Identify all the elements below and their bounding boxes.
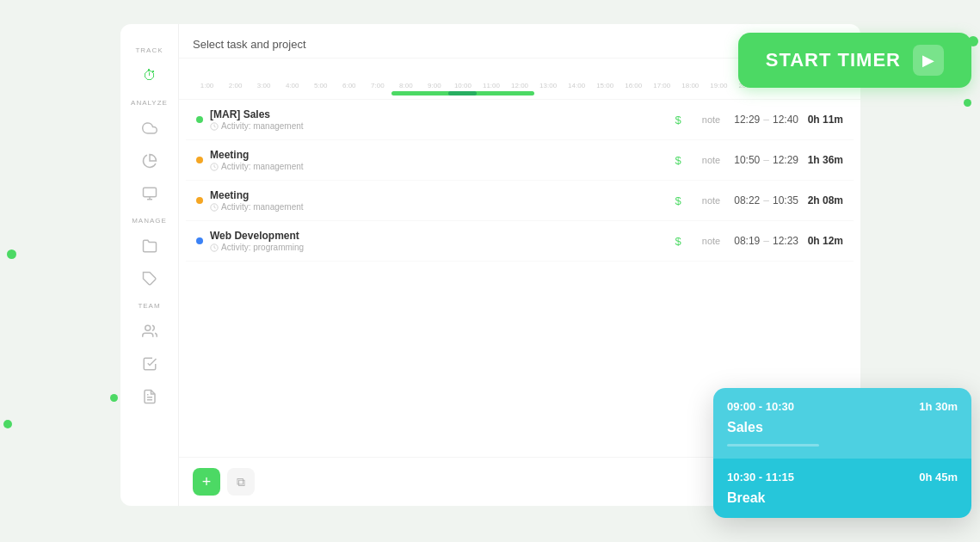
timeline-tick: 7:00 — [363, 82, 391, 89]
popup-break-title: Break — [727, 490, 958, 506]
timeline-tick: 17:00 — [648, 82, 676, 89]
entry-end: 10:35 — [773, 194, 798, 206]
timeline-tick: 9:00 — [420, 82, 448, 89]
entry-dash: – — [763, 235, 769, 247]
timeline-tick: 8:00 — [391, 82, 420, 89]
task-project-label: Select task and project — [193, 38, 786, 51]
entry-time: 08:19 – 12:23 — [734, 235, 798, 247]
timeline-tick: 15:00 — [591, 82, 619, 89]
timeline-tick: 10:00 — [448, 82, 477, 89]
timeline-tick: 12:00 — [506, 82, 534, 89]
sidebar-item-checklist[interactable] — [136, 350, 163, 378]
entry-billable-icon: $ — [675, 194, 681, 207]
popup-sales-title: Sales — [727, 420, 958, 435]
entry-end: 12:23 — [773, 235, 798, 247]
svg-rect-0 — [143, 188, 156, 197]
entry-note: note — [702, 114, 720, 125]
entry-duration: 0h 12m — [805, 235, 843, 247]
entry-start: 08:22 — [734, 194, 760, 206]
entry-dot — [196, 197, 203, 204]
popup-break-time-range: 10:30 - 11:15 — [727, 471, 794, 483]
sidebar-item-folder[interactable] — [136, 232, 163, 260]
sidebar-item-team[interactable] — [136, 317, 163, 345]
sidebar-section-track: TRACK — [120, 46, 178, 54]
popup-scroll-indicator — [727, 444, 819, 447]
entry-activity: Activity: management — [210, 121, 662, 131]
sidebar-item-piechart[interactable] — [136, 147, 163, 175]
sidebar-section-team: TEAM — [120, 302, 178, 310]
start-timer-button[interactable]: START TIMER ▶ — [738, 33, 971, 88]
entry-activity: Activity: programming — [210, 243, 662, 252]
entry-note: note — [702, 236, 720, 246]
timeline-tick: 19:00 — [705, 82, 733, 89]
entry-time: 08:22 – 10:35 — [734, 194, 798, 206]
timeline-tick: 18:00 — [676, 82, 705, 89]
table-row[interactable]: [MAR] Sales Activity: management $ note … — [186, 100, 854, 140]
popup-card: 09:00 - 10:30 1h 30m Sales 10:30 - 11:15… — [713, 388, 971, 518]
table-row[interactable]: Meeting Activity: management $ note 08:2… — [186, 181, 854, 221]
entry-dot — [196, 237, 203, 244]
entry-note: note — [702, 195, 720, 206]
entry-dash: – — [763, 194, 769, 206]
add-entry-button[interactable]: + — [193, 468, 220, 496]
sidebar-item-reports[interactable] — [136, 383, 163, 410]
entry-title: Web Development — [210, 230, 662, 242]
deco-dot-5 — [110, 394, 118, 402]
entry-info: Meeting Activity: management — [210, 149, 662, 171]
entry-title: Meeting — [210, 149, 662, 161]
entry-duration: 0h 11m — [805, 114, 843, 126]
entry-info: Web Development Activity: programming — [210, 230, 662, 252]
table-row[interactable]: Web Development Activity: programming $ … — [186, 221, 854, 262]
entry-end: 12:29 — [773, 154, 798, 166]
entry-time: 12:29 – 12:40 — [734, 114, 798, 126]
entry-duration: 2h 08m — [805, 194, 843, 206]
entry-duration: 1h 36m — [805, 154, 843, 166]
popup-sales-time-range: 09:00 - 10:30 — [727, 400, 794, 413]
deco-dot-2 — [964, 99, 971, 107]
timeline-tick: 2:00 — [221, 82, 250, 89]
svg-point-4 — [145, 325, 150, 330]
entry-billable-icon: $ — [675, 114, 681, 126]
timeline-tick: 5:00 — [306, 82, 335, 89]
entry-title: [MAR] Sales — [210, 108, 662, 120]
entry-billable-icon: $ — [675, 154, 681, 167]
start-timer-label: START TIMER — [766, 49, 901, 71]
popup-block-sales: 09:00 - 10:30 1h 30m Sales — [713, 388, 971, 459]
sidebar-section-analyze: ANALYZE — [120, 99, 178, 107]
sidebar-item-monitor[interactable] — [136, 180, 163, 207]
popup-block-break: 10:30 - 11:15 0h 45m Break — [713, 459, 971, 518]
entry-time: 10:50 – 12:29 — [734, 154, 798, 166]
popup-break-header: 10:30 - 11:15 0h 45m — [727, 471, 958, 483]
entry-info: [MAR] Sales Activity: management — [210, 108, 662, 131]
entry-dash: – — [763, 114, 769, 126]
timeline-tick: 16:00 — [619, 82, 648, 89]
popup-sales-header: 09:00 - 10:30 1h 30m — [727, 400, 958, 413]
entry-dash: – — [763, 154, 769, 166]
deco-dot-3 — [7, 249, 16, 259]
entry-billable-icon: $ — [675, 235, 681, 248]
popup-break-duration: 0h 45m — [919, 471, 958, 483]
entry-title: Meeting — [210, 189, 662, 201]
timeline-tick: 4:00 — [278, 82, 306, 89]
entry-info: Meeting Activity: management — [210, 189, 662, 212]
deco-dot-6 — [3, 420, 12, 428]
timeline-tick: 1:00 — [193, 82, 221, 89]
timeline-tick: 6:00 — [335, 82, 363, 89]
entry-dot — [196, 116, 203, 123]
sidebar-item-cloud[interactable] — [136, 114, 163, 142]
entry-dot — [196, 157, 203, 163]
timeline-tick: 11:00 — [477, 82, 505, 89]
entry-start: 12:29 — [734, 114, 760, 126]
timeline-tick: 14:00 — [563, 82, 591, 89]
sidebar: TRACK ⏱ ANALYZE MANAGE TEAM — [120, 24, 179, 506]
table-row[interactable]: Meeting Activity: management $ note 10:5… — [186, 140, 854, 181]
copy-button[interactable]: ⧉ — [227, 468, 255, 496]
entry-start: 08:19 — [734, 235, 760, 247]
entry-activity: Activity: management — [210, 202, 662, 212]
entry-note: note — [702, 155, 720, 165]
timeline-tick: 3:00 — [250, 82, 278, 89]
sidebar-item-track[interactable]: ⏱ — [136, 62, 163, 89]
entry-end: 12:40 — [773, 114, 798, 126]
sidebar-item-tags[interactable] — [136, 265, 163, 293]
timeline-bar-row — [193, 91, 847, 95]
